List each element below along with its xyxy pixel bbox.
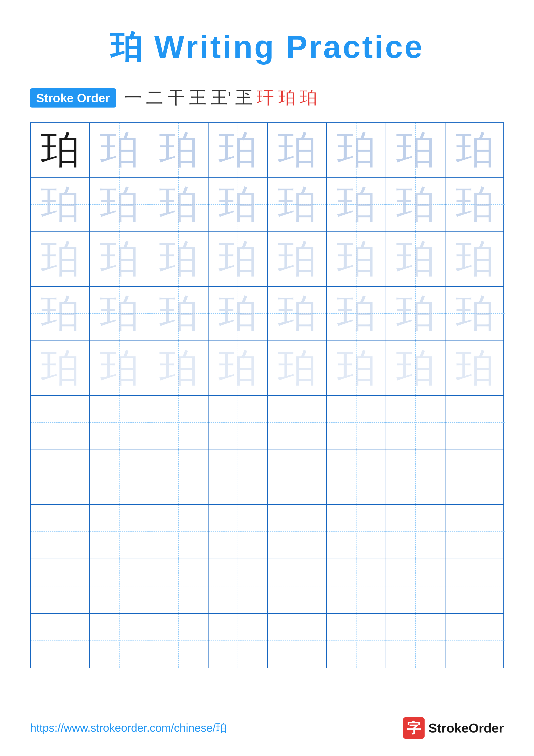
char-light3: 珀 (396, 240, 435, 279)
footer: https://www.strokeorder.com/chinese/珀 字 … (30, 717, 504, 739)
grid-cell-4-4: 珀 (209, 286, 268, 340)
grid-cell-4-7: 珀 (386, 286, 445, 340)
stroke-step-3: 干 (167, 86, 185, 109)
grid-cell-3-2: 珀 (90, 232, 149, 286)
grid-cell-7-5 (268, 450, 327, 504)
grid-row-3: 珀 珀 珀 珀 珀 珀 珀 珀 (31, 232, 503, 286)
char-light3: 珀 (159, 294, 198, 333)
grid-cell-1-5: 珀 (268, 123, 327, 177)
grid-cell-6-8 (445, 396, 505, 449)
char-light1: 珀 (278, 131, 317, 169)
grid-row-4: 珀 珀 珀 珀 珀 珀 珀 珀 (31, 286, 503, 341)
grid-cell-7-6 (327, 450, 386, 504)
grid-cell-7-7 (386, 450, 445, 504)
grid-row-9 (31, 559, 503, 614)
grid-cell-4-8: 珀 (445, 286, 505, 340)
grid-cell-5-3: 珀 (149, 341, 209, 395)
practice-grid: 珀 珀 珀 珀 珀 珀 珀 珀 珀 珀 珀 珀 珀 珀 珀 珀 珀 珀 珀 珀 … (30, 122, 504, 668)
grid-cell-7-3 (149, 450, 209, 504)
char-light3: 珀 (337, 240, 376, 279)
brand-char: 字 (407, 719, 421, 738)
stroke-step-1: 一 (124, 86, 142, 109)
brand-name: StrokeOrder (428, 721, 504, 736)
grid-cell-4-5: 珀 (268, 286, 327, 340)
grid-cell-2-7: 珀 (386, 177, 445, 231)
char-light3: 珀 (159, 240, 198, 279)
char-light3: 珀 (41, 294, 80, 333)
stroke-order-badge: Stroke Order (30, 88, 116, 108)
stroke-step-7: 玕 (257, 86, 274, 109)
grid-cell-7-1 (31, 450, 90, 504)
char-light4: 珀 (396, 349, 435, 388)
grid-cell-8-4 (209, 505, 268, 558)
grid-cell-1-8: 珀 (445, 123, 505, 177)
grid-cell-5-6: 珀 (327, 341, 386, 395)
char-light1: 珀 (218, 131, 257, 169)
grid-cell-8-7 (386, 505, 445, 558)
grid-cell-8-2 (90, 505, 149, 558)
grid-cell-7-2 (90, 450, 149, 504)
page-title: 珀 Writing Practice (110, 26, 424, 69)
grid-cell-10-6 (327, 614, 386, 668)
stroke-step-5: 王' (211, 86, 231, 109)
grid-cell-10-7 (386, 614, 445, 668)
grid-cell-9-1 (31, 559, 90, 613)
grid-row-5: 珀 珀 珀 珀 珀 珀 珀 珀 (31, 341, 503, 396)
grid-cell-3-3: 珀 (149, 232, 209, 286)
grid-cell-6-4 (209, 396, 268, 449)
brand-icon: 字 (403, 717, 424, 739)
grid-cell-10-4 (209, 614, 268, 668)
grid-cell-4-2: 珀 (90, 286, 149, 340)
grid-row-7 (31, 450, 503, 505)
char-light4: 珀 (337, 349, 376, 388)
char-light2: 珀 (337, 185, 376, 224)
grid-cell-7-8 (445, 450, 505, 504)
char-light3: 珀 (100, 294, 139, 333)
char-light4: 珀 (218, 349, 257, 388)
grid-cell-5-2: 珀 (90, 341, 149, 395)
grid-cell-4-3: 珀 (149, 286, 209, 340)
grid-cell-7-4 (209, 450, 268, 504)
grid-cell-4-6: 珀 (327, 286, 386, 340)
grid-cell-3-4: 珀 (209, 232, 268, 286)
grid-cell-10-8 (445, 614, 505, 668)
grid-cell-9-6 (327, 559, 386, 613)
grid-cell-1-2: 珀 (90, 123, 149, 177)
grid-cell-10-3 (149, 614, 209, 668)
grid-cell-5-8: 珀 (445, 341, 505, 395)
grid-cell-10-2 (90, 614, 149, 668)
grid-cell-1-3: 珀 (149, 123, 209, 177)
char-light3: 珀 (218, 294, 257, 333)
grid-cell-3-7: 珀 (386, 232, 445, 286)
grid-cell-5-5: 珀 (268, 341, 327, 395)
grid-cell-8-1 (31, 505, 90, 558)
char-light1: 珀 (456, 131, 495, 169)
footer-url[interactable]: https://www.strokeorder.com/chinese/珀 (30, 720, 227, 736)
grid-cell-3-6: 珀 (327, 232, 386, 286)
grid-cell-9-7 (386, 559, 445, 613)
char-light4: 珀 (41, 349, 80, 388)
grid-cell-5-1: 珀 (31, 341, 90, 395)
grid-row-6 (31, 396, 503, 450)
char-light3: 珀 (337, 294, 376, 333)
grid-cell-3-8: 珀 (445, 232, 505, 286)
grid-cell-2-5: 珀 (268, 177, 327, 231)
grid-cell-10-5 (268, 614, 327, 668)
char-light2: 珀 (456, 185, 495, 224)
char-light2: 珀 (41, 185, 80, 224)
stroke-step-2: 二 (146, 86, 163, 109)
grid-row-8 (31, 505, 503, 559)
grid-cell-1-1: 珀 (31, 123, 90, 177)
stroke-steps: 一 二 干 王 王' 玊 玕 珀 珀 (124, 86, 317, 109)
char-light4: 珀 (456, 349, 495, 388)
grid-cell-2-2: 珀 (90, 177, 149, 231)
grid-cell-3-5: 珀 (268, 232, 327, 286)
grid-cell-1-7: 珀 (386, 123, 445, 177)
char-light3: 珀 (278, 240, 317, 279)
grid-cell-1-6: 珀 (327, 123, 386, 177)
stroke-step-9: 珀 (300, 86, 317, 109)
grid-cell-9-2 (90, 559, 149, 613)
grid-cell-9-3 (149, 559, 209, 613)
grid-cell-9-5 (268, 559, 327, 613)
char-light4: 珀 (278, 349, 317, 388)
